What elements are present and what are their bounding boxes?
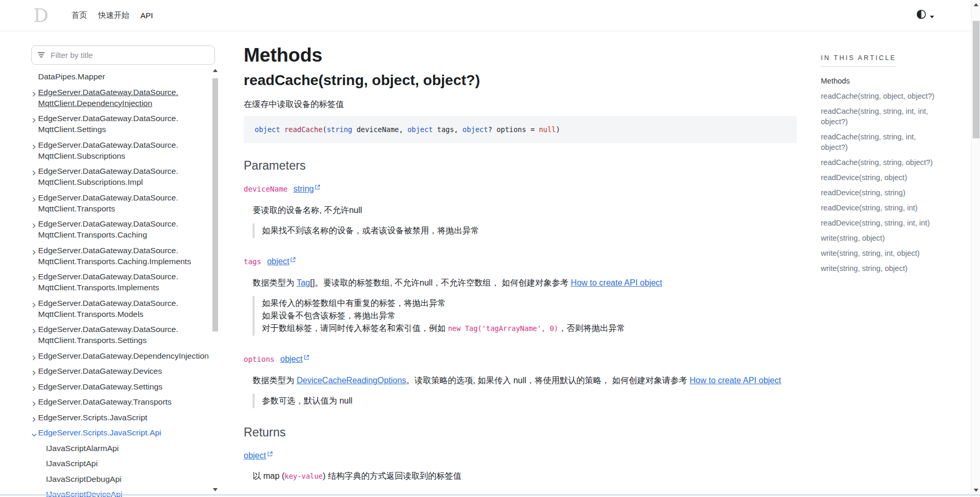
sidebar-item[interactable]: EdgeServer.​Scripts.​JavaScript <box>31 412 211 423</box>
toc-item[interactable]: readDevice(string, object) <box>821 172 935 183</box>
chevron-right-icon[interactable] <box>31 168 37 173</box>
sidebar-item[interactable]: EdgeServer.​DataGateway.​DataSource.​Mqt… <box>31 165 211 187</box>
sidebar-item[interactable]: EdgeServer.​DataGateway.​DataSource.​Mqt… <box>31 271 211 293</box>
parameter-section: tagsobject数据类型为 Tag[]。要读取的标签数组, 不允许null，… <box>244 254 797 336</box>
scroll-up-icon[interactable] <box>972 1 980 8</box>
chevron-right-icon[interactable] <box>31 194 37 199</box>
sidebar-item[interactable]: EdgeServer.​DataGateway.​DataSource.​Mqt… <box>31 324 211 346</box>
toc-item[interactable]: readCache(string, string, object?) <box>821 157 935 168</box>
type-link[interactable]: object <box>267 257 296 266</box>
sidebar-item-label: DataPipes.​Mapper <box>38 72 105 81</box>
note-line: 如果传入的标签数组中有重复的标签，将抛出异常 <box>262 297 797 310</box>
sidebar-item[interactable]: IJavaScriptDeviceApi <box>31 489 211 497</box>
sidebar-item-label: EdgeServer.​DataGateway.​DependencyInjec… <box>38 351 209 360</box>
page-scrollbar-thumb[interactable] <box>973 21 979 138</box>
parameter-section: optionsobject数据类型为 DeviceCacheReadingOpt… <box>244 352 797 408</box>
code-token: string <box>327 125 352 134</box>
doc-link[interactable]: Tag <box>296 278 310 287</box>
sidebar-item[interactable]: EdgeServer.​DataGateway.​Devices <box>31 365 211 376</box>
chevron-right-icon[interactable] <box>31 398 37 404</box>
chevron-down-icon[interactable] <box>31 429 37 434</box>
chevron-right-icon[interactable] <box>31 220 37 226</box>
sidebar-item-label: EdgeServer.​DataGateway.​DataSource.​Mqt… <box>38 325 178 345</box>
sidebar-item[interactable]: EdgeServer.​Scripts.​JavaScript.​Api <box>31 427 211 438</box>
toc-item[interactable]: readDevice(string, string) <box>821 187 935 198</box>
parameter-body: 数据类型为 DeviceCacheReadingOptions。读取策略的选项,… <box>253 373 797 408</box>
sidebar-item[interactable]: IJavaScriptDebugApi <box>31 474 211 484</box>
toc-item[interactable]: readCache(string, string, int, object?) <box>821 132 935 152</box>
note-line: 对于数组标签，请同时传入标签名和索引值，例如 new Tag('tagArray… <box>262 322 797 335</box>
toc-item[interactable]: write(string, string, int, object) <box>821 248 935 258</box>
scroll-down-icon[interactable] <box>972 487 980 494</box>
toc-item[interactable]: readDevice(string, string, int, int) <box>821 218 935 228</box>
external-link-icon <box>290 254 296 266</box>
sidebar-item[interactable]: EdgeServer.​DataGateway.​DataSource.​Mqt… <box>31 192 211 214</box>
sidebar-item[interactable]: EdgeServer.​DataGateway.​Settings <box>31 381 211 392</box>
toc-item[interactable]: readCache(string, object, object?) <box>821 91 935 101</box>
sidebar-item-label: EdgeServer.​Scripts.​JavaScript.​Api <box>38 428 161 437</box>
scroll-up-icon[interactable] <box>211 67 220 74</box>
sidebar-item[interactable]: EdgeServer.​DataGateway.​Transports <box>31 396 211 407</box>
chevron-right-icon[interactable] <box>31 273 37 278</box>
parameter-body: 要读取的设备名称, 不允许null如果找不到该名称的设备，或者该设备被禁用，将抛… <box>253 203 797 238</box>
type-link[interactable]: object <box>244 451 273 460</box>
type-link[interactable]: object <box>280 354 309 363</box>
sidebar-item-label: EdgeServer.​DataGateway.​Settings <box>38 382 162 391</box>
sidebar-item-label: EdgeServer.​DataGateway.​DataSource.​Mqt… <box>38 88 178 108</box>
sidebar-item[interactable]: EdgeServer.​DataGateway.​DataSource.​Mqt… <box>31 139 211 161</box>
sidebar-item[interactable]: IJavaScriptAlarmApi <box>31 443 211 454</box>
sidebar-item[interactable]: EdgeServer.​DataGateway.​DataSource.​Mqt… <box>31 87 211 109</box>
chevron-right-icon[interactable] <box>31 352 37 358</box>
chevron-right-icon[interactable] <box>31 383 37 388</box>
toc-item[interactable]: write(string, string, object) <box>821 263 935 274</box>
sidebar-item[interactable]: EdgeServer.​DataGateway.​DataSource.​Mqt… <box>31 245 211 267</box>
toc-item[interactable]: readDevice(string, string, int) <box>821 203 935 213</box>
inline-code: key-value <box>284 472 322 480</box>
chevron-right-icon[interactable] <box>31 300 37 305</box>
chevron-right-icon[interactable] <box>31 414 37 419</box>
chevron-right-icon[interactable] <box>31 115 37 120</box>
doc-link[interactable]: DeviceCacheReadingOptions <box>296 376 406 385</box>
sidebar-item[interactable]: EdgeServer.​DataGateway.​DataSource.​Mqt… <box>31 218 211 240</box>
sidebar-scrollbar-thumb[interactable] <box>212 78 218 332</box>
chevron-right-icon[interactable] <box>31 141 37 147</box>
nav-link[interactable]: API <box>140 11 153 20</box>
sidebar-item-label: EdgeServer.​Scripts.​JavaScript <box>38 413 147 422</box>
caret-down-icon <box>930 11 934 20</box>
nav-link[interactable]: 首页 <box>71 10 87 20</box>
sidebar-item[interactable]: EdgeServer.​DataGateway.​DependencyInjec… <box>31 350 211 361</box>
sidebar-item[interactable]: DataPipes.​Mapper <box>31 71 211 82</box>
filter-input[interactable] <box>50 50 209 60</box>
toc-item[interactable]: readCache(string, string, int, int, obje… <box>821 106 935 127</box>
returns-type-row: object <box>244 448 797 462</box>
sidebar-item[interactable]: IJavaScriptApi <box>31 458 211 469</box>
chevron-right-icon[interactable] <box>31 247 37 252</box>
parameter-name: tags <box>244 257 261 266</box>
parameter-header: optionsobject <box>244 352 797 365</box>
nav-link[interactable]: 快速开始 <box>98 10 129 20</box>
chevron-right-icon[interactable] <box>31 89 37 94</box>
sidebar-item-label: EdgeServer.​DataGateway.​DataSource.​Mqt… <box>38 246 191 266</box>
scroll-down-icon[interactable] <box>211 486 220 493</box>
sidebar-item-label: EdgeServer.​DataGateway.​DataSource.​Mqt… <box>38 219 178 239</box>
sidebar-item-label: EdgeServer.​DataGateway.​Transports <box>38 397 172 406</box>
sidebar-item-label: EdgeServer.​DataGateway.​DataSource.​Mqt… <box>38 167 178 186</box>
doc-link[interactable]: How to create API object <box>571 278 662 287</box>
type-link[interactable]: string <box>293 184 320 193</box>
sidebar-item[interactable]: EdgeServer.​DataGateway.​DataSource.​Mqt… <box>31 113 211 135</box>
theme-toggle[interactable] <box>916 9 934 21</box>
chevron-right-icon[interactable] <box>31 368 37 373</box>
site-logo[interactable]: D <box>33 6 49 25</box>
toc-item[interactable]: write(string, object) <box>821 233 935 243</box>
filter-icon <box>38 51 45 60</box>
external-link-icon <box>304 352 309 363</box>
chevron-right-icon[interactable] <box>31 326 37 331</box>
sidebar-item[interactable]: EdgeServer.​DataGateway.​DataSource.​Mqt… <box>31 298 211 320</box>
note-line: 参数可选，默认值为 null <box>262 395 797 407</box>
page-title: Methods <box>244 44 797 66</box>
toc-item[interactable]: Methods <box>821 76 935 86</box>
theme-icon <box>916 9 926 21</box>
parameter-description: 数据类型为 DeviceCacheReadingOptions。读取策略的选项,… <box>253 373 797 387</box>
doc-link[interactable]: How to create API object <box>690 376 781 385</box>
nav-links: 首页快速开始API <box>71 10 153 20</box>
